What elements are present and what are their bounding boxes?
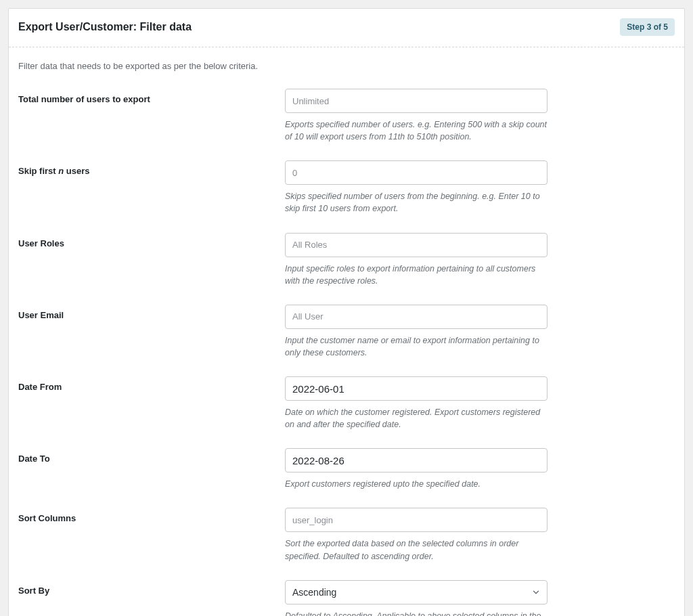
export-filter-panel: Export User/Customer: Filter data Step 3… bbox=[8, 8, 685, 616]
row-sort-by: Sort By Ascending Defaulted to Ascending… bbox=[18, 580, 675, 616]
label-skip-first-pre: Skip first bbox=[18, 166, 58, 176]
control-date-from: 2022-06-01 Date on which the customer re… bbox=[285, 376, 547, 431]
label-sort-by: Sort By bbox=[18, 580, 285, 596]
help-user-roles: Input specific roles to export informati… bbox=[285, 263, 547, 287]
row-user-email: User Email All User Input the customer n… bbox=[18, 305, 675, 359]
help-user-email: Input the customer name or email to expo… bbox=[285, 334, 547, 359]
row-date-to: Date To 2022-08-26 Export customers regi… bbox=[18, 448, 675, 490]
date-from-input[interactable]: 2022-06-01 bbox=[285, 376, 547, 401]
control-sort-by: Ascending Defaulted to Ascending. Applic… bbox=[285, 580, 547, 616]
help-sort-columns: Sort the exported data based on the sele… bbox=[285, 537, 547, 562]
help-total-users: Exports specified number of users. e.g. … bbox=[285, 118, 547, 143]
control-skip-first: Skips specified number of users from the… bbox=[285, 160, 547, 215]
label-date-from: Date From bbox=[18, 376, 285, 392]
control-date-to: 2022-08-26 Export customers registered u… bbox=[285, 448, 547, 490]
label-total-users: Total number of users to export bbox=[18, 89, 285, 104]
row-user-roles: User Roles All Roles Input specific role… bbox=[18, 233, 675, 287]
panel-description: Filter data that needs to be exported as… bbox=[18, 61, 675, 71]
sort-by-value: Ascending bbox=[285, 580, 547, 604]
control-user-email: All User Input the customer name or emai… bbox=[285, 305, 547, 359]
panel-body: Filter data that needs to be exported as… bbox=[9, 47, 684, 616]
label-user-roles: User Roles bbox=[18, 233, 285, 248]
control-sort-columns: user_login Sort the exported data based … bbox=[285, 508, 547, 562]
total-users-input[interactable] bbox=[285, 89, 547, 113]
panel-header: Export User/Customer: Filter data Step 3… bbox=[9, 9, 684, 47]
page-title: Export User/Customer: Filter data bbox=[18, 21, 192, 33]
step-badge: Step 3 of 5 bbox=[620, 18, 675, 36]
row-skip-first: Skip first n users Skips specified numbe… bbox=[18, 160, 675, 215]
row-date-from: Date From 2022-06-01 Date on which the c… bbox=[18, 376, 675, 431]
control-user-roles: All Roles Input specific roles to export… bbox=[285, 233, 547, 287]
row-total-users: Total number of users to export Exports … bbox=[18, 89, 675, 143]
row-sort-columns: Sort Columns user_login Sort the exporte… bbox=[18, 508, 675, 562]
sort-columns-input[interactable]: user_login bbox=[285, 508, 547, 532]
user-roles-input[interactable]: All Roles bbox=[285, 233, 547, 257]
label-user-email: User Email bbox=[18, 305, 285, 320]
control-total-users: Exports specified number of users. e.g. … bbox=[285, 89, 547, 143]
label-skip-first: Skip first n users bbox=[18, 160, 285, 176]
skip-first-input[interactable] bbox=[285, 160, 547, 185]
label-skip-first-n: n bbox=[58, 166, 64, 176]
help-sort-by: Defaulted to Ascending. Applicable to ab… bbox=[285, 610, 547, 616]
sort-by-select[interactable]: Ascending bbox=[285, 580, 547, 604]
user-email-input[interactable]: All User bbox=[285, 305, 547, 329]
label-sort-columns: Sort Columns bbox=[18, 508, 285, 523]
help-date-to: Export customers registered upto the spe… bbox=[285, 478, 547, 490]
label-date-to: Date To bbox=[18, 448, 285, 464]
label-skip-first-post: users bbox=[64, 166, 89, 176]
help-date-from: Date on which the customer registered. E… bbox=[285, 406, 547, 431]
help-skip-first: Skips specified number of users from the… bbox=[285, 190, 547, 215]
date-to-input[interactable]: 2022-08-26 bbox=[285, 448, 547, 472]
